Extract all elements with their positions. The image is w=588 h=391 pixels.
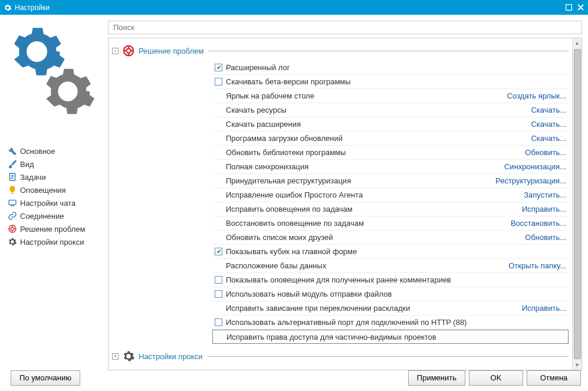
- setting-show-cube[interactable]: Показывать кубик на главной форме: [212, 245, 569, 259]
- setting-fix-agent: Исправление ошибок Простого Агента Запус…: [212, 188, 569, 202]
- sidebar-item-connection[interactable]: Соединение: [6, 209, 103, 222]
- setting-update-friends: Обновить список моих друзей Обновить...: [212, 231, 569, 245]
- setting-label: Показывать кубик на главной форме: [226, 247, 566, 256]
- svg-point-9: [126, 48, 130, 52]
- maximize-button[interactable]: [564, 4, 573, 12]
- setting-label: Расположение базы данных: [226, 261, 508, 270]
- checkbox-icon[interactable]: [215, 290, 222, 298]
- setting-fix-partial-projects[interactable]: Исправить права доступа для частично-вид…: [212, 330, 569, 344]
- setting-desktop-shortcut: Ярлык на рабочем столе Создать ярлык...: [212, 89, 569, 103]
- ok-button[interactable]: OK: [469, 370, 523, 386]
- section-troubleshoot-header[interactable]: − Решение проблем: [112, 44, 569, 57]
- setting-restore-task-notif: Восстановить оповещение по задачам Восст…: [212, 216, 569, 231]
- section-proxy-header[interactable]: + Настройки прокси: [112, 350, 569, 363]
- setting-label: Принудительная реструктуризация: [226, 176, 495, 185]
- setting-show-old-comment-notif[interactable]: Показывать оповещения для полученных ран…: [212, 273, 569, 287]
- setting-update-libraries: Обновить библиотеки программы Обновить..…: [212, 146, 569, 160]
- search-input[interactable]: [108, 21, 582, 34]
- setting-label: Расширенный лог: [226, 63, 566, 72]
- sidebar-item-label: Основное: [20, 147, 55, 156]
- sidebar-item-proxy[interactable]: Настройки прокси: [6, 235, 103, 248]
- action-fix[interactable]: Исправить...: [522, 205, 566, 213]
- setting-fix-task-notif: Исправить оповещения по задачам Исправит…: [212, 202, 569, 216]
- collapse-icon[interactable]: −: [112, 48, 119, 54]
- main-panel: − Решение проблем Расширенный лог Скачив…: [108, 21, 582, 364]
- setting-alt-http-port[interactable]: Использовать альтернативный порт для под…: [212, 316, 569, 330]
- setting-download-beta[interactable]: Скачивать бета-версии программы: [212, 75, 569, 89]
- setting-label: Восстановить оповещение по задачам: [226, 219, 511, 228]
- setting-label: Исправление ошибок Простого Агента: [226, 190, 524, 199]
- action-create-shortcut[interactable]: Создать ярлык...: [507, 91, 566, 100]
- setting-label: Показывать оповещения для полученных ран…: [226, 275, 566, 284]
- setting-label: Обновить библиотеки программы: [226, 148, 525, 157]
- divider: [208, 51, 569, 51]
- expand-icon[interactable]: +: [112, 353, 119, 360]
- section-title: Решение проблем: [139, 47, 203, 55]
- action-open-folder[interactable]: Открыть папку...: [508, 261, 566, 270]
- settings-gear-icon: [4, 4, 12, 12]
- checkbox-icon[interactable]: [215, 64, 222, 71]
- setting-label: Скачивать бета-версии программы: [226, 77, 566, 86]
- checkbox-icon[interactable]: [215, 276, 222, 284]
- sidebar-item-label: Оповещения: [20, 186, 66, 195]
- setting-label: Исправить оповещения по задачам: [226, 205, 522, 213]
- setting-label: Скачать расширения: [226, 120, 531, 129]
- action-fix[interactable]: Исправить...: [522, 304, 566, 313]
- setting-label: Использовать альтернативный порт для под…: [226, 318, 566, 327]
- divider: [207, 356, 569, 357]
- sidebar-item-notifications[interactable]: Оповещения: [6, 183, 103, 196]
- svg-rect-0: [566, 5, 571, 11]
- cancel-button[interactable]: Отмена: [527, 370, 581, 386]
- apply-button[interactable]: Применить: [408, 370, 465, 386]
- action-sync[interactable]: Синхронизация...: [504, 162, 566, 171]
- sidebar-item-label: Соединение: [20, 212, 64, 221]
- setting-db-location: Расположение базы данных Открыть папку..…: [212, 259, 569, 273]
- action-download[interactable]: Скачать...: [531, 134, 566, 143]
- settings-content: − Решение проблем Расширенный лог Скачив…: [108, 38, 582, 370]
- sidebar-item-chat[interactable]: Настройки чата: [6, 196, 103, 209]
- setting-label: Исправить права доступа для частично-вид…: [226, 333, 566, 341]
- setting-extended-log[interactable]: Расширенный лог: [212, 61, 569, 75]
- defaults-button[interactable]: По умолчанию: [11, 370, 80, 386]
- setting-restructure: Принудительная реструктуризация Реструкт…: [212, 174, 569, 188]
- setting-update-loader: Программа загрузки обновлений Скачать...: [212, 132, 569, 146]
- sidebar-item-tasks[interactable]: Задачи: [6, 170, 103, 183]
- checkbox-icon[interactable]: [215, 78, 222, 86]
- setting-label: Программа загрузки обновлений: [226, 134, 531, 143]
- scroll-thumb[interactable]: [574, 49, 581, 359]
- checkbox-icon[interactable]: [215, 318, 222, 326]
- checkbox-icon[interactable]: [215, 248, 222, 255]
- sidebar-item-general[interactable]: Основное: [6, 144, 103, 157]
- setting-new-upload-module[interactable]: Использовать новый модуль отправки файло…: [212, 287, 569, 301]
- svg-point-7: [11, 227, 14, 230]
- gear-icon: [122, 350, 135, 363]
- action-run[interactable]: Запустить...: [524, 190, 566, 199]
- setting-download-resources: Скачать ресурсы Скачать...: [212, 103, 569, 117]
- window-title: Настройки: [15, 4, 564, 12]
- gear-icon: [38, 62, 97, 121]
- action-update[interactable]: Обновить...: [525, 148, 566, 157]
- sidebar-logo: [6, 21, 103, 121]
- close-button[interactable]: [576, 4, 584, 12]
- action-restore[interactable]: Восстановить...: [511, 219, 566, 228]
- titlebar: Настройки: [0, 0, 588, 15]
- setting-label: Обновить список моих друзей: [226, 233, 525, 242]
- setting-full-sync: Полная синхронизация Синхронизация...: [212, 160, 569, 174]
- action-restructure[interactable]: Реструктуризация...: [495, 176, 566, 185]
- action-download[interactable]: Скачать...: [531, 120, 566, 129]
- sidebar-item-troubleshoot[interactable]: Решение проблем: [6, 222, 103, 235]
- setting-fix-layout-hang: Исправить зависание при переключении рас…: [212, 301, 569, 316]
- setting-label: Ярлык на рабочем столе: [226, 91, 507, 100]
- scrollbar[interactable]: ▲ ▼: [572, 38, 582, 370]
- action-update[interactable]: Обновить...: [525, 233, 566, 242]
- section-title: Настройки прокси: [139, 352, 202, 361]
- action-download[interactable]: Скачать...: [531, 106, 566, 114]
- bulb-icon: [8, 185, 17, 195]
- document-icon: [8, 172, 17, 182]
- scroll-up-icon[interactable]: ▲: [573, 38, 582, 48]
- wrench-icon: [8, 146, 17, 156]
- sidebar-item-view[interactable]: Вид: [6, 157, 103, 170]
- lifebuoy-icon: [8, 224, 17, 234]
- lifebuoy-icon: [122, 44, 135, 57]
- scroll-down-icon[interactable]: ▼: [573, 360, 582, 370]
